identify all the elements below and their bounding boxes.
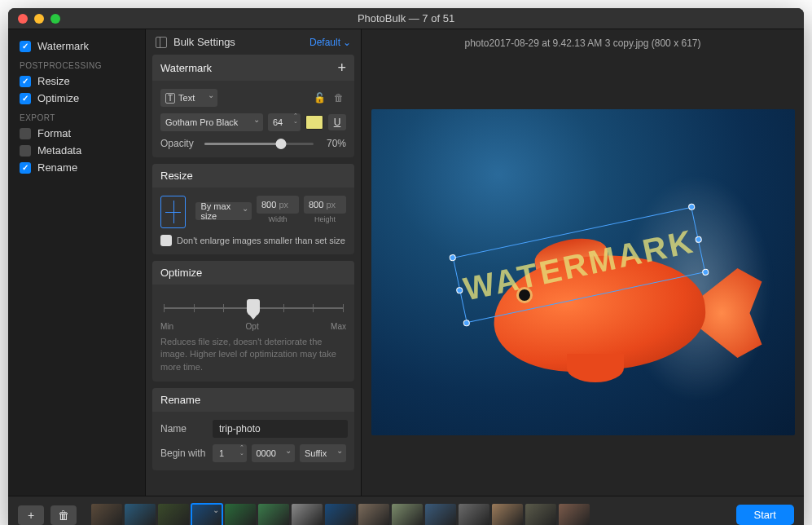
stepper-value: 64 <box>273 117 283 127</box>
checkbox-icon[interactable] <box>20 162 31 174</box>
dont-enlarge-label: Don't enlarge images smaller than set si… <box>177 236 345 245</box>
input-value: 800 <box>261 200 276 210</box>
checkbox-icon[interactable] <box>20 76 31 87</box>
thumbnail[interactable] <box>459 504 489 526</box>
section-title: Watermark <box>160 62 212 74</box>
watermark-section: Watermark + T Text 🔓 🗑 Gotham Pro <box>152 55 354 157</box>
footer: + 🗑 Start <box>8 496 804 525</box>
section-header: Optimize <box>152 261 354 285</box>
sidebar-heading-export: EXPORT <box>8 107 145 125</box>
add-button[interactable]: + <box>18 505 44 525</box>
delete-button[interactable]: 🗑 <box>50 505 77 525</box>
thumbnail[interactable] <box>492 504 523 526</box>
unit: px <box>326 200 336 210</box>
sidebar-item-watermark[interactable]: Watermark <box>8 38 145 55</box>
thumbnail[interactable] <box>358 504 389 526</box>
stepper-value: 1 <box>219 448 224 458</box>
close-icon[interactable] <box>18 14 28 24</box>
select-value: By max size <box>200 201 239 221</box>
settings-title: Bulk Settings <box>173 36 235 48</box>
select-value: Suffix <box>305 448 327 458</box>
sidebar-item-format[interactable]: Format <box>8 125 145 142</box>
text-type-icon: T <box>165 93 175 104</box>
fullscreen-icon[interactable] <box>50 14 60 24</box>
thumbnail[interactable] <box>525 504 556 526</box>
position-select[interactable]: Suffix <box>300 444 346 462</box>
sidebar-heading-postprocessing: POSTPROCESSING <box>8 55 145 73</box>
checkbox-icon[interactable] <box>20 128 31 139</box>
sidebar-item-optimize[interactable]: Optimize <box>8 90 145 107</box>
watermark-type-select[interactable]: T Text <box>160 89 217 107</box>
unit: px <box>279 200 288 210</box>
canvas-wrap: WATERMARK <box>362 57 804 496</box>
thumbnail[interactable] <box>191 504 222 526</box>
minimize-icon[interactable] <box>34 14 44 24</box>
font-size-stepper[interactable]: 64 <box>268 113 301 131</box>
checkbox-icon[interactable] <box>20 41 31 52</box>
section-header: Resize <box>152 164 354 188</box>
dimensions-icon <box>160 196 186 228</box>
settings-panel: Bulk Settings Default ⌄ Watermark + T <box>145 29 362 496</box>
tick-min: Min <box>160 322 173 331</box>
opacity-label: Opacity <box>160 138 200 149</box>
trash-icon[interactable]: 🗑 <box>331 91 346 104</box>
resize-mode-select[interactable]: By max size <box>195 202 252 220</box>
thumbnail[interactable] <box>158 504 189 526</box>
sidebar-item-label: Metadata <box>37 144 81 157</box>
name-label: Name <box>160 423 208 435</box>
tick-opt: Opt <box>246 322 259 331</box>
resize-handle[interactable] <box>463 320 470 327</box>
sidebar-item-label: Resize <box>37 75 70 87</box>
preview-canvas[interactable]: WATERMARK <box>371 109 795 435</box>
thumbnail[interactable] <box>225 504 256 526</box>
opacity-slider[interactable] <box>204 138 314 149</box>
width-input[interactable]: 800 px <box>257 196 299 214</box>
thumbnail-strip[interactable] <box>91 504 722 526</box>
select-value: Text <box>178 93 195 103</box>
underline-button[interactable]: U <box>328 114 346 130</box>
thumbnail[interactable] <box>325 504 356 526</box>
traffic-lights <box>18 14 60 24</box>
dont-enlarge-checkbox[interactable] <box>160 235 172 246</box>
sidebar-item-label: Optimize <box>37 92 79 104</box>
chevron-down-icon: ⌄ <box>343 37 351 48</box>
checkbox-icon[interactable] <box>20 145 31 157</box>
digits-select[interactable]: 0000 <box>252 444 296 462</box>
add-watermark-button[interactable]: + <box>337 60 346 75</box>
preview-filename: photo2017-08-29 at 9.42.13 AM 3 copy.jpg… <box>362 29 804 57</box>
thumbnail[interactable] <box>292 504 323 526</box>
thumbnail[interactable] <box>392 504 423 526</box>
sidebar-item-label: Watermark <box>37 40 89 52</box>
color-swatch[interactable] <box>305 115 323 130</box>
app-body: Watermark POSTPROCESSING Resize Optimize… <box>8 29 804 496</box>
begin-stepper[interactable]: 1 <box>213 444 247 462</box>
thumbnail[interactable] <box>559 504 590 526</box>
font-select[interactable]: Gotham Pro Black <box>160 113 263 131</box>
section-title: Resize <box>160 170 193 182</box>
preset-dropdown[interactable]: Default ⌄ <box>309 37 351 48</box>
sidebar-item-resize[interactable]: Resize <box>8 73 145 90</box>
window-title: PhotoBulk — 7 of 51 <box>8 12 804 24</box>
thumbnail[interactable] <box>91 504 122 526</box>
optimize-section: Optimize Min <box>152 261 354 382</box>
preview-pane: photo2017-08-29 at 9.42.13 AM 3 copy.jpg… <box>362 29 804 496</box>
panel-icon <box>156 37 167 48</box>
start-button[interactable]: Start <box>736 505 794 525</box>
thumbnail[interactable] <box>258 504 289 526</box>
optimize-slider[interactable] <box>164 296 343 320</box>
name-input[interactable] <box>213 420 348 438</box>
fish-pelvic-fin <box>567 354 624 382</box>
section-title: Rename <box>160 394 200 406</box>
section-title: Optimize <box>160 267 202 279</box>
app-window: PhotoBulk — 7 of 51 Watermark POSTPROCES… <box>8 8 804 525</box>
settings-header: Bulk Settings Default ⌄ <box>146 29 361 55</box>
sidebar-item-rename[interactable]: Rename <box>8 159 145 176</box>
thumbnail[interactable] <box>425 504 456 526</box>
lock-icon[interactable]: 🔓 <box>312 91 327 104</box>
thumbnail[interactable] <box>125 504 156 526</box>
checkbox-icon[interactable] <box>20 93 31 104</box>
height-input[interactable]: 800 px <box>304 196 346 214</box>
section-header: Watermark + <box>152 55 354 81</box>
resize-section: Resize By max size 800 px Width <box>152 164 354 254</box>
sidebar-item-metadata[interactable]: Metadata <box>8 142 145 159</box>
